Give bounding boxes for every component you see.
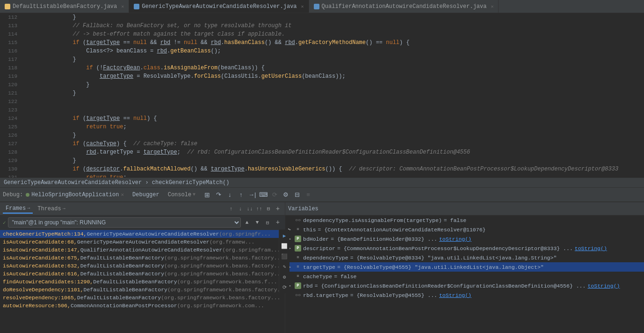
code-line-115: 115 if (targetType == null && rbd != nul… xyxy=(0,38,644,47)
var-icon-p-rbd: P xyxy=(295,282,301,289)
tab-bar: DefaultListableBeanFactory.java ✕ Generi… xyxy=(0,0,644,13)
filter-btn-toolbar[interactable]: ≡ xyxy=(303,190,313,200)
code-line-130: 130 if (descriptor.fallbackMatchAllowed(… xyxy=(0,165,644,173)
bdholder-tostring-link[interactable]: toString() xyxy=(439,236,471,242)
frames-panel-btn2[interactable]: ↓ xyxy=(236,205,245,213)
thread-filter[interactable]: ⊟ xyxy=(263,218,272,227)
var-icon-p-descriptor: P xyxy=(295,245,301,252)
thread-nav-up[interactable]: ▲ xyxy=(243,218,251,227)
var-item-this[interactable]: ▶ ≡ this = {ContextAnnotationAutowireCan… xyxy=(285,225,644,234)
var-icon-p-bdholder: P xyxy=(295,236,301,242)
thread-dropdown[interactable]: "main"@1 in group "main": RUNNING xyxy=(8,217,241,228)
code-line-131: 131 return true; xyxy=(0,173,644,178)
var-icon-eq-cachetype: ≡ xyxy=(295,273,301,280)
rbd-tostring-link[interactable]: toString() xyxy=(587,283,620,289)
frame-item-3[interactable]: isAutowireCandidate:675, DefaultListable… xyxy=(0,254,285,262)
step-over-btn[interactable]: ↷ xyxy=(213,190,224,200)
frames-panel-filter[interactable]: ⊟ xyxy=(264,205,273,213)
tab-qualifier[interactable]: QualifierAnnotationAutowireCandidateReso… xyxy=(309,0,499,13)
thread-add[interactable]: + xyxy=(274,218,282,227)
frame-item-8[interactable]: resolveDependency:1065, DefaultListableB… xyxy=(0,294,285,302)
code-line-119: 119 targetType = ResolvableType.forClass… xyxy=(0,72,644,81)
java-file-icon-3 xyxy=(314,4,319,9)
frame-item-2[interactable]: isAutowireCandidate:147, QualifierAnnota… xyxy=(0,246,285,254)
code-scroll[interactable]: 112 } 113 // Fallback: no BeanFactory se… xyxy=(0,13,644,178)
drop-frame-btn[interactable]: ⟳ xyxy=(269,190,280,200)
var-icon-oo-rbd: ○○ xyxy=(295,292,301,298)
evaluate-btn[interactable]: ⌨ xyxy=(258,190,268,200)
code-line-123: 123 xyxy=(0,106,644,114)
debug-session[interactable]: HelloSpringBootApplication ✕ xyxy=(26,192,124,198)
var-icon-eq-deptype: ≡ xyxy=(295,254,301,261)
frame-item-5[interactable]: isAutowireCandidate:616, DefaultListable… xyxy=(0,270,285,278)
tab-close-btn-3[interactable]: ✕ xyxy=(491,4,493,9)
debugger-tab-btn[interactable]: Debugger xyxy=(129,190,163,200)
frame-item-1[interactable]: isAutowireCandidate:68, GenericTypeAware… xyxy=(0,238,285,246)
step-into-btn[interactable]: ↓ xyxy=(224,190,235,200)
code-editor: 112 } 113 // Fallback: no BeanFactory se… xyxy=(0,13,644,178)
variables-header: Variables xyxy=(285,202,644,215)
debug-config-btn[interactable]: ⚙ xyxy=(281,190,291,200)
side-icon-6[interactable]: ⟳ xyxy=(280,283,289,291)
var-item-descriptor[interactable]: ▶ P descriptor = {CommonAnnotationBeanPo… xyxy=(285,244,644,253)
var-item-rbd-targettype: ○○ rbd.targetType = {ResolvableType@4555… xyxy=(285,290,644,300)
code-line-117: 117 } xyxy=(0,55,644,64)
frames-tab[interactable]: Frames → xyxy=(3,204,33,214)
frames-panel-btn1[interactable]: ↑ xyxy=(227,205,235,213)
run-to-cursor-btn[interactable]: →| xyxy=(247,190,257,200)
side-icon-2[interactable]: ⬜ xyxy=(280,242,289,250)
code-line-112: 112 } xyxy=(0,13,644,22)
breadcrumb: GenericTypeAwareAutowireCandidateResolve… xyxy=(0,178,644,188)
java-file-icon-2 xyxy=(134,4,139,9)
debug-toolbar: Debug: HelloSpringBootApplication ✕ Debu… xyxy=(0,188,644,202)
code-line-125: 125 return true; xyxy=(0,123,644,131)
side-icon-1[interactable]: ▶ xyxy=(280,231,289,240)
session-dot xyxy=(26,193,29,197)
code-line-113: 113 // Fallback: no BeanFactory set, or … xyxy=(0,22,644,30)
var-item-bdholder[interactable]: ▶ P bdHolder = {BeanDefinitionHolder@833… xyxy=(285,234,644,244)
var-item-targettype: ▶ ≡ targetType = {ResolvableType@4555} "… xyxy=(285,262,644,272)
bottom-panel: Frames → Threads → ↑ ↓ ↓↓ ↑↑ ⊟ + ✓ "main… xyxy=(0,202,644,333)
threads-tab[interactable]: Threads → xyxy=(35,205,68,213)
tab-generictypeaware[interactable]: GenericTypeAwareAutowireCandidateResolve… xyxy=(129,0,309,13)
frame-item-6[interactable]: findAutowireCandidates:1290, DefaultList… xyxy=(0,278,285,286)
tab-close-btn-2[interactable]: ✕ xyxy=(301,4,304,9)
step-out-btn[interactable]: ↑ xyxy=(236,190,246,200)
frame-item-9[interactable]: autowireResource:506, CommonAnnotationBe… xyxy=(0,302,285,310)
tab-close-btn[interactable]: ✕ xyxy=(121,4,124,9)
java-file-icon xyxy=(5,4,10,9)
code-line-129: 129 } xyxy=(0,156,644,165)
code-line-121: 121 } xyxy=(0,89,644,97)
rbd-targettype-tostring-link[interactable]: toString() xyxy=(439,292,471,298)
frame-item-0[interactable]: checkGenericTypeMatch:134, GenericTypeAw… xyxy=(0,230,285,238)
var-item-rbd[interactable]: ▶ P rbd = {ConfigurationClassBeanDefinit… xyxy=(285,281,644,290)
var-icon-eq-this: ≡ xyxy=(295,226,301,233)
code-line-122: 122 xyxy=(0,97,644,106)
descriptor-tostring-link[interactable]: toString() xyxy=(575,245,607,252)
side-icon-5[interactable]: ⚙ xyxy=(280,273,289,281)
var-item-deptype: ≡ dependencyType = {ResolvableType@8334}… xyxy=(285,253,644,262)
code-line-118: 118 if (!FactoryBean.class.isAssignableF… xyxy=(0,64,644,72)
var-item-cachetype: ≡ cacheType = false xyxy=(285,272,644,281)
thread-nav-down[interactable]: ▼ xyxy=(253,218,261,227)
frames-list[interactable]: checkGenericTypeMatch:134, GenericTypeAw… xyxy=(0,230,285,333)
code-line-114: 114 // -> best-effort match against the … xyxy=(0,30,644,38)
frames-panel-btn3[interactable]: ↓↓ xyxy=(246,205,254,213)
console-tab-btn[interactable]: Console ▼ xyxy=(164,190,199,200)
code-line-124: 124 if (targetType == null) { xyxy=(0,114,644,123)
code-line-116: 116 Class<?> beanClass = rbd.getBeanClas… xyxy=(0,47,644,55)
variables-list[interactable]: ○○ dependencyType.isAssignableFrom(targe… xyxy=(285,215,644,333)
side-icon-4[interactable]: ✎ xyxy=(280,262,289,271)
side-icon-3[interactable]: ⬛ xyxy=(280,252,289,260)
frame-item-4[interactable]: isAutowireCandidate:632, DefaultListable… xyxy=(0,262,285,270)
frames-add-btn[interactable]: + xyxy=(274,205,282,213)
restore-layout-btn[interactable]: ⊞ xyxy=(202,190,212,200)
var-icon-oo-0: ○○ xyxy=(295,217,301,223)
code-line-126: 126 } xyxy=(0,131,644,140)
frame-item-7[interactable]: doResolveDependency:1101, DefaultListabl… xyxy=(0,286,285,294)
table-view-btn[interactable]: ⊟ xyxy=(292,190,302,200)
tab-defaultlistablebean[interactable]: DefaultListableBeanFactory.java ✕ xyxy=(0,0,129,13)
var-icon-eq-targettype: ≡ xyxy=(295,264,301,270)
thread-selector: ✓ "main"@1 in group "main": RUNNING ▲ ▼ … xyxy=(0,215,285,230)
frames-panel-btn4[interactable]: ↑↑ xyxy=(255,205,263,213)
